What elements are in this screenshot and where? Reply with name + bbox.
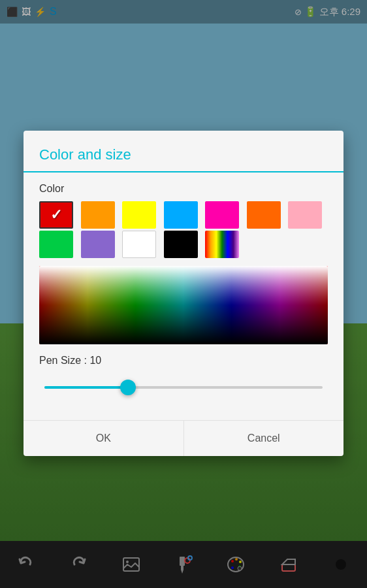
dialog-divider bbox=[24, 171, 343, 172]
color-swatch-white[interactable] bbox=[122, 231, 156, 258]
ok-button[interactable]: OK bbox=[24, 421, 184, 456]
color-gradient-picker[interactable] bbox=[39, 266, 328, 344]
gradient-svg bbox=[39, 266, 328, 344]
color-swatch-pink[interactable] bbox=[205, 201, 239, 229]
color-swatch-green[interactable] bbox=[39, 231, 73, 258]
color-size-dialog: Color and size Color bbox=[24, 131, 343, 456]
color-section-label: Color bbox=[39, 183, 328, 195]
dialog-title: Color and size bbox=[24, 131, 343, 171]
color-grid bbox=[39, 201, 328, 258]
color-swatch-purple[interactable] bbox=[81, 231, 115, 258]
slider-track[interactable] bbox=[44, 386, 323, 389]
color-swatch-cyan[interactable] bbox=[164, 201, 198, 229]
svg-rect-2 bbox=[39, 266, 328, 344]
color-swatch-yellow[interactable] bbox=[122, 201, 156, 229]
color-swatch-red[interactable] bbox=[39, 201, 73, 229]
color-swatch-light-pink[interactable] bbox=[288, 201, 322, 229]
cancel-button[interactable]: Cancel bbox=[184, 421, 344, 456]
color-swatch-orange[interactable] bbox=[81, 201, 115, 229]
slider-container bbox=[39, 373, 328, 410]
color-swatch-rainbow[interactable] bbox=[205, 231, 239, 258]
slider-thumb[interactable] bbox=[120, 380, 136, 395]
dialog-content: Color bbox=[24, 183, 343, 420]
slider-fill bbox=[44, 386, 128, 389]
dialog-actions: OK Cancel bbox=[24, 420, 343, 456]
color-swatch-orange2[interactable] bbox=[247, 201, 281, 229]
pen-size-label: Pen Size : 10 bbox=[39, 355, 328, 367]
color-swatch-black[interactable] bbox=[164, 231, 198, 258]
